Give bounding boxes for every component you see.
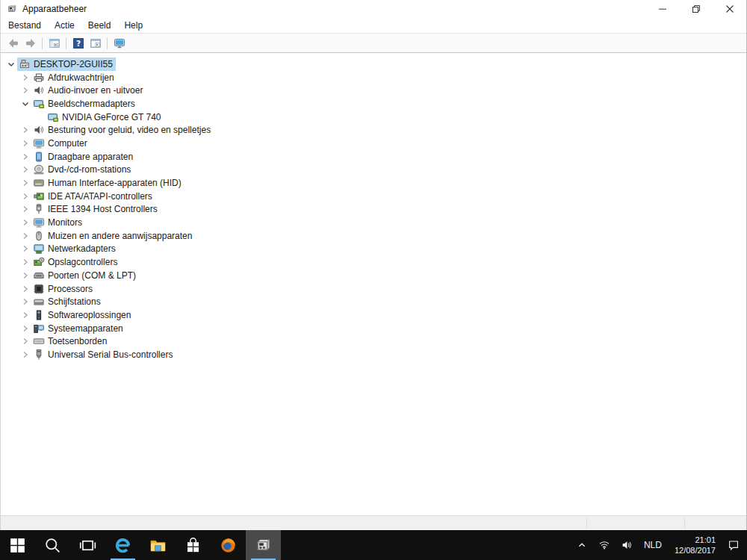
scan-hardware-changes-button[interactable] <box>111 34 128 52</box>
tree-item[interactable]: Draagbare apparaten <box>1 150 746 164</box>
display-adapter-icon <box>47 111 59 123</box>
tree-item-label: Poorten (COM & LPT) <box>48 270 136 281</box>
tree-item-label: Opslagcontrollers <box>48 257 117 267</box>
toolbar-separator <box>107 37 108 49</box>
firefox-button[interactable] <box>211 530 246 560</box>
tree-item[interactable]: Afdrukwachtrijen <box>1 71 746 84</box>
tree-item[interactable]: Toetsenborden <box>1 335 746 348</box>
tree-item[interactable]: Universal Serial Bus-controllers <box>1 348 746 361</box>
file-explorer-button[interactable] <box>140 530 176 560</box>
volume-icon <box>621 539 633 551</box>
forward-button[interactable] <box>22 34 39 52</box>
tree-item[interactable]: Softwareoplossingen <box>1 308 746 322</box>
restore-button[interactable] <box>679 0 713 18</box>
expand-chevron-icon[interactable] <box>19 243 31 255</box>
expand-chevron-icon[interactable] <box>19 177 31 189</box>
task-view-button[interactable] <box>70 530 105 560</box>
forward-icon <box>25 37 37 49</box>
tree-item[interactable]: NVIDIA GeForce GT 740 <box>1 111 746 124</box>
tree-item[interactable]: Poorten (COM & LPT) <box>1 269 746 282</box>
close-button[interactable] <box>713 0 746 18</box>
tree-item[interactable]: Processors <box>1 282 746 296</box>
tree-item[interactable]: Audio-invoer en -uitvoer <box>1 84 746 97</box>
expand-chevron-icon[interactable] <box>19 84 31 96</box>
monitor-icon <box>33 137 45 149</box>
store-button[interactable] <box>176 530 211 560</box>
expand-chevron-icon[interactable] <box>19 256 31 268</box>
tree-item[interactable]: Muizen en andere aanwijsapparaten <box>1 229 746 243</box>
menu-bar: Bestand Actie Beeld Help <box>1 18 746 34</box>
menu-bestand[interactable]: Bestand <box>1 20 48 31</box>
language-indicator[interactable]: NLD <box>638 530 668 560</box>
start-icon <box>9 537 26 554</box>
tree-item[interactable]: Besturing voor geluid, video en spelletj… <box>1 123 746 137</box>
expand-chevron-icon[interactable] <box>19 283 31 295</box>
taskbar: NLD 21:01 12/08/2017 <box>0 530 747 560</box>
expand-chevron-icon[interactable] <box>19 296 31 308</box>
expand-chevron-icon[interactable] <box>19 270 31 281</box>
device-manager-button[interactable] <box>246 530 281 560</box>
volume-button[interactable] <box>616 530 638 560</box>
tree-item-label: IEEE 1394 Host Controllers <box>48 204 158 214</box>
network-button[interactable] <box>593 530 616 560</box>
expand-chevron-icon[interactable] <box>19 323 31 335</box>
expand-chevron-icon[interactable] <box>19 124 31 136</box>
tree-item[interactable]: Human Interface-apparaten (HID) <box>1 176 746 190</box>
expand-chevron-icon[interactable] <box>19 335 31 347</box>
network-adapter-icon <box>33 243 45 255</box>
tree-item[interactable]: DESKTOP-2GUII55 <box>1 57 746 71</box>
firefox-icon <box>220 537 237 554</box>
hid-icon <box>33 177 45 189</box>
menu-help[interactable]: Help <box>117 20 149 31</box>
collapse-chevron-icon[interactable] <box>19 98 31 110</box>
storage-controller-icon <box>33 256 45 268</box>
statusbar-separator <box>586 517 587 529</box>
tree-item[interactable]: IEEE 1394 Host Controllers <box>1 203 746 217</box>
expand-chevron-icon[interactable] <box>19 309 31 321</box>
portable-device-icon <box>33 151 45 163</box>
toolbar: ? <box>1 34 746 53</box>
tree-item[interactable]: Beeldschermadapters <box>1 97 746 111</box>
action-center-button[interactable] <box>722 530 745 560</box>
search-button[interactable] <box>35 530 70 560</box>
tree-item[interactable]: Schijfstations <box>1 295 746 308</box>
tree-item[interactable]: Systeemapparaten <box>1 322 746 335</box>
tree-item[interactable]: Dvd-/cd-rom-stations <box>1 164 746 177</box>
expand-chevron-icon[interactable] <box>19 72 31 84</box>
expand-chevron-icon[interactable] <box>19 230 31 242</box>
clock-date: 12/08/2017 <box>675 545 716 556</box>
expand-chevron-icon[interactable] <box>19 151 31 163</box>
hidden-icons-button[interactable] <box>571 530 593 560</box>
tree-item-label: Beeldschermadapters <box>48 99 135 109</box>
device-manager-icon <box>7 4 17 14</box>
expand-chevron-icon[interactable] <box>19 349 31 361</box>
tree-item-label: Monitors <box>48 217 82 228</box>
properties-button[interactable] <box>87 34 104 52</box>
hidden-icons-chevron-icon <box>576 539 588 551</box>
tree-item-label: NVIDIA GeForce GT 740 <box>62 112 161 122</box>
expand-chevron-icon[interactable] <box>19 137 31 149</box>
tree-item[interactable]: Computer <box>1 137 746 150</box>
expand-chevron-icon[interactable] <box>19 203 31 215</box>
minimize-button[interactable] <box>645 0 679 18</box>
start-button[interactable] <box>0 530 35 560</box>
clock[interactable]: 21:01 12/08/2017 <box>668 530 722 560</box>
expand-chevron-icon[interactable] <box>19 217 31 228</box>
menu-beeld[interactable]: Beeld <box>81 20 118 31</box>
tree-item[interactable]: Netwerkadapters <box>1 243 746 256</box>
tree-item[interactable]: Opslagcontrollers <box>1 255 746 269</box>
collapse-chevron-icon[interactable] <box>5 58 17 70</box>
expand-chevron-icon[interactable] <box>19 190 31 202</box>
tree-item[interactable]: IDE ATA/ATAPI-controllers <box>1 190 746 203</box>
edge-button[interactable] <box>105 530 140 560</box>
title-bar: Apparaatbeheer <box>1 0 746 18</box>
edge-icon <box>114 537 131 554</box>
help-button[interactable]: ? <box>69 34 87 52</box>
tree-item-label: Audio-invoer en -uitvoer <box>48 85 143 96</box>
back-button[interactable] <box>4 34 22 52</box>
tree-item[interactable]: Monitors <box>1 216 746 229</box>
menu-actie[interactable]: Actie <box>48 20 81 31</box>
expand-chevron-icon[interactable] <box>19 164 31 175</box>
device-manager-window: Apparaatbeheer Bestand Actie Beeld Help … <box>0 0 747 530</box>
show-hide-console-tree-button[interactable] <box>46 34 63 52</box>
